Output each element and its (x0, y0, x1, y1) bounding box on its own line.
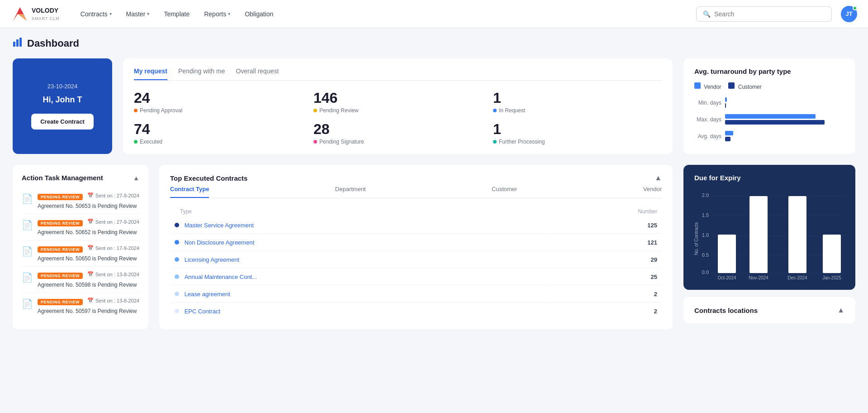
contract-number: 2 (549, 286, 661, 303)
bottom-grid: Action Task Management ▲ 📄 PENDING REVIE… (13, 165, 855, 329)
contract-name[interactable]: Non Disclosure Agreement (185, 239, 255, 246)
contract-type-dot (175, 292, 179, 296)
max-vendor-bar (725, 114, 816, 119)
master-chevron-icon: ▾ (147, 11, 149, 16)
min-vendor-bar (725, 97, 727, 102)
user-date: 23-10-2024 (47, 83, 78, 90)
task-item: 📄 PENDING REVIEW 📅 Sent on : 27-9-2024 A… (22, 214, 139, 240)
task-item: 📄 PENDING REVIEW 📅 Sent on : 27-9-2024 A… (22, 188, 139, 214)
bar-oct (718, 235, 736, 273)
task-desc: Agreement No. 50598 is Pending Review (38, 282, 139, 288)
tab-vendor[interactable]: Vendor (643, 186, 662, 198)
search-input[interactable] (714, 10, 825, 18)
task-doc-icon: 📄 (22, 193, 33, 204)
turnaround-title: Avg. turnaround by party type (694, 67, 844, 75)
task-date: 📅 Sent on : 13-8-2024 (87, 271, 139, 277)
bar-dec (788, 196, 806, 273)
tab-pending-with-me[interactable]: Pending with me (178, 67, 225, 80)
task-desc: Agreement No. 50597 is Pending Review (38, 308, 139, 314)
right-bottom-panel: Due for Expiry 2.0 1.5 1.0 0.5 0.0 No. o… (683, 165, 855, 329)
logo-name: VOLODY (32, 7, 60, 14)
dot-teal (493, 140, 497, 144)
contract-name[interactable]: Annual Maintenance Cont... (185, 274, 257, 280)
stat-further-processing: 1 Further Processing (493, 121, 662, 145)
nav-item-contracts[interactable]: Contracts ▾ (74, 7, 118, 21)
tab-department[interactable]: Department (335, 186, 366, 198)
logo-text-area: VOLODY SMART CLM (32, 7, 60, 21)
dot-yellow (313, 109, 317, 112)
turnaround-chart: Min. days Max. days Avg. days (694, 97, 844, 141)
table-row: Lease agreement 2 (171, 286, 661, 303)
svg-text:Oct-2024: Oct-2024 (717, 275, 736, 279)
logo-icon (11, 5, 29, 23)
logo[interactable]: VOLODY SMART CLM (11, 5, 60, 23)
contracts-section: Top Executed Contracts ▲ Contract Type D… (159, 165, 673, 329)
table-row: Non Disclosure Agreement 121 (171, 235, 661, 251)
task-desc: Agreement No. 50652 is Pending Review (38, 229, 139, 235)
collapse-action-icon[interactable]: ▲ (133, 174, 139, 182)
contract-name[interactable]: Master Service Agreement (185, 222, 254, 229)
search-box[interactable]: 🔍 (696, 6, 832, 22)
navbar: VOLODY SMART CLM Contracts ▾ Master ▾ Te… (0, 0, 868, 28)
tab-my-request[interactable]: My request (134, 67, 167, 80)
contract-name[interactable]: Lease agreement (185, 291, 230, 298)
legend-customer: Customer (728, 82, 761, 90)
task-item: 📄 PENDING REVIEW 📅 Sent on : 17-9-2024 A… (22, 240, 139, 267)
contract-type-dot (175, 257, 179, 262)
task-doc-icon: 📄 (22, 298, 33, 309)
tab-contract-type[interactable]: Contract Type (170, 186, 209, 198)
task-doc-icon: 📄 (22, 220, 33, 231)
contract-number: 125 (549, 217, 661, 234)
avg-customer-bar (725, 137, 730, 141)
task-desc: Agreement No. 50650 is Pending Review (38, 255, 139, 262)
avatar[interactable]: JT (841, 6, 857, 22)
nav-item-master[interactable]: Master ▾ (120, 7, 156, 21)
expiry-chart-area: 2.0 1.5 1.0 0.5 0.0 No. of Contracts (694, 189, 844, 281)
stat-pending-review: 146 Pending Review (313, 90, 482, 114)
task-badge: PENDING REVIEW (38, 299, 83, 305)
contracts-tabs: Contract Type Department Customer Vendor (170, 186, 662, 198)
locations-scroll-btn[interactable]: ▲ (837, 306, 844, 314)
task-date: 📅 Sent on : 17-9-2024 (87, 245, 139, 251)
stats-tabs: My request Pending with me Overall reque… (134, 67, 662, 81)
max-customer-bar (725, 120, 825, 125)
page-title-area: Dashboard (13, 37, 855, 49)
task-badge: PENDING REVIEW (38, 273, 83, 279)
min-customer-bar (725, 103, 726, 108)
bar-jan (823, 235, 841, 273)
tab-overall-request[interactable]: Overall request (236, 67, 279, 80)
task-item: 📄 PENDING REVIEW 📅 Sent on : 13-8-2024 A… (22, 267, 139, 293)
search-icon: 🔍 (703, 10, 711, 18)
stat-executed: 74 Executed (134, 121, 303, 145)
expiry-title: Due for Expiry (694, 174, 844, 182)
svg-rect-5 (19, 38, 22, 47)
task-badge: PENDING REVIEW (38, 194, 83, 200)
tab-customer[interactable]: Customer (492, 186, 517, 198)
contract-name[interactable]: EPC Contract (185, 308, 220, 315)
stat-in-request: 1 In Request (493, 90, 662, 114)
dot-green (134, 140, 138, 144)
task-badge: PENDING REVIEW (38, 220, 83, 226)
task-doc-icon: 📄 (22, 246, 33, 257)
svg-marker-1 (18, 14, 27, 21)
page-title: Dashboard (27, 38, 79, 49)
nav-item-reports[interactable]: Reports ▾ (198, 7, 237, 21)
task-badge: PENDING REVIEW (38, 246, 83, 253)
svg-text:2.0: 2.0 (702, 192, 709, 198)
main-content: Dashboard 23-10-2024 Hi, John T Create C… (0, 28, 868, 338)
nav-item-template[interactable]: Template (157, 7, 196, 21)
turnaround-legend: Vendor Customer (694, 82, 844, 90)
contracts-scroll-btn[interactable]: ▲ (655, 174, 662, 182)
svg-text:Jan-2025: Jan-2025 (822, 275, 841, 279)
reports-chevron-icon: ▾ (228, 11, 230, 16)
svg-text:1.0: 1.0 (702, 232, 709, 238)
logo-sub: SMART CLM (32, 16, 60, 21)
contract-name[interactable]: Licensing Agreement (185, 256, 239, 263)
svg-text:Nov-2024: Nov-2024 (749, 275, 768, 279)
task-date: 📅 Sent on : 27-9-2024 (87, 219, 139, 225)
user-greeting: Hi, John T (43, 95, 82, 105)
nav-item-obligation[interactable]: Obligation (238, 7, 280, 21)
create-contract-button[interactable]: Create Contract (31, 114, 94, 130)
table-row: EPC Contract 2 (171, 303, 661, 319)
svg-text:1.5: 1.5 (702, 212, 709, 218)
